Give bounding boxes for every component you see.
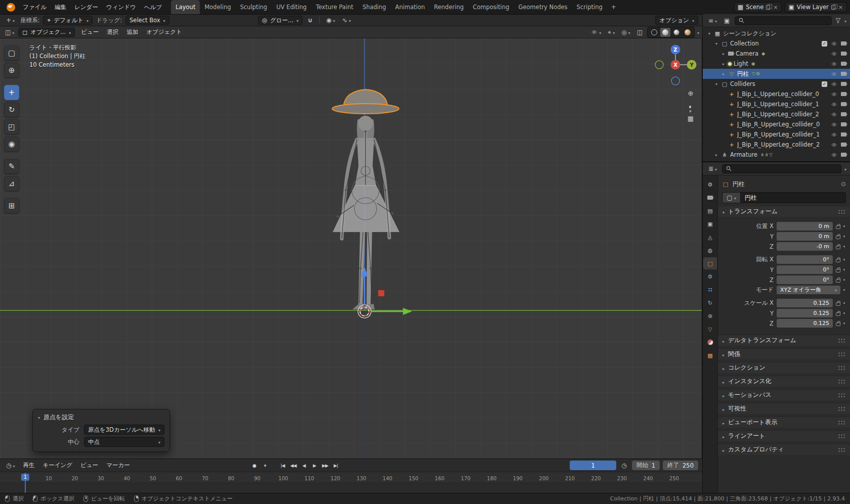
value-field[interactable]: -0 m xyxy=(777,242,833,251)
lock-icon[interactable] xyxy=(836,302,840,306)
lock-icon[interactable] xyxy=(836,225,840,229)
lock-icon[interactable] xyxy=(836,236,840,239)
hide-eye-icon[interactable] xyxy=(831,152,837,158)
outliner-item-label[interactable]: 円柱 xyxy=(737,70,749,78)
timeline-ruler[interactable]: 1020304050607080901001101201301401501601… xyxy=(0,472,702,483)
expand-caret-icon[interactable]: ▾ xyxy=(714,41,719,46)
outliner-item-label[interactable]: J_Bip_L_UpperLeg_collider_1 xyxy=(737,101,819,108)
origin-type-dropdown[interactable]: 原点を3Dカーソルへ移動 xyxy=(84,425,164,435)
expand-caret-icon[interactable]: ▸ xyxy=(721,52,726,56)
animate-dot-icon[interactable] xyxy=(843,302,845,304)
workspace-tab[interactable]: Modeling xyxy=(200,0,235,14)
gizmos-dropdown[interactable]: ⌖ xyxy=(606,28,617,37)
value-field[interactable]: 0.125 xyxy=(777,319,833,328)
pin-icon[interactable]: ⊙ xyxy=(841,180,846,188)
timeline-editor-type-button[interactable]: ◷ xyxy=(4,461,17,470)
animate-dot-icon[interactable] xyxy=(843,246,845,247)
timeline-menu[interactable]: マーカー xyxy=(102,461,134,470)
frame-end-field[interactable]: 終了250 xyxy=(663,461,698,470)
editor-type-button[interactable]: ◫ xyxy=(3,28,16,37)
properties-tab[interactable] xyxy=(703,270,717,283)
hide-eye-icon[interactable] xyxy=(831,51,837,57)
properties-tab[interactable] xyxy=(703,297,717,309)
outliner-row[interactable]: J_Bip_R_UpperLeg_collider_0 xyxy=(703,119,850,129)
tool-button[interactable]: ↻ xyxy=(4,102,19,117)
hide-eye-icon[interactable] xyxy=(831,111,837,118)
properties-section-header[interactable]: デルタトランスフォーム xyxy=(718,335,850,346)
outliner-row[interactable]: ▸ Light ◉ xyxy=(703,59,850,69)
properties-tab[interactable] xyxy=(703,323,717,335)
origin-center-dropdown[interactable]: 中点 xyxy=(84,437,164,447)
render-visibility-icon[interactable] xyxy=(841,92,846,96)
animate-dot-icon[interactable] xyxy=(843,289,845,291)
hide-eye-icon[interactable] xyxy=(831,71,837,77)
drag-grip-icon[interactable] xyxy=(838,420,845,425)
shading-mode-button[interactable] xyxy=(671,28,682,37)
tool-button[interactable]: ◉ xyxy=(4,136,19,152)
new-scene-icon[interactable] xyxy=(766,5,770,10)
shading-options-icon[interactable] xyxy=(697,29,699,36)
hide-eye-icon[interactable] xyxy=(831,121,837,128)
outliner-row[interactable]: ▾ シーンコレクション xyxy=(703,28,850,38)
breadcrumb-object-name[interactable]: 円柱 xyxy=(733,180,745,189)
transport-button[interactable]: ◀ xyxy=(300,461,309,470)
outliner-row[interactable]: ▸ Camera ◆ xyxy=(703,49,850,59)
lock-icon[interactable] xyxy=(836,269,840,272)
timeline-menu[interactable]: ビュー xyxy=(76,461,102,470)
expand-caret-icon[interactable]: ▸ xyxy=(721,62,726,66)
outliner-row[interactable]: J_Bip_L_UpperLeg_collider_0 xyxy=(703,89,850,99)
workspace-tab[interactable]: Shading xyxy=(358,0,391,14)
add-workspace-button[interactable]: + xyxy=(607,0,620,14)
properties-tab[interactable] xyxy=(703,349,717,361)
outliner-row[interactable]: J_Bip_R_UpperLeg_collider_2 xyxy=(703,140,850,150)
object-type-combo[interactable]: ▢ xyxy=(722,192,740,203)
shading-mode-button[interactable] xyxy=(683,28,693,37)
outliner-row[interactable]: J_Bip_L_UpperLeg_collider_1 xyxy=(703,99,850,109)
timeline-track[interactable] xyxy=(0,483,702,493)
options-dropdown[interactable]: オプション xyxy=(655,16,698,25)
shading-mode-button[interactable] xyxy=(649,28,659,37)
orientation-dropdown[interactable]: ⌖デフォルト xyxy=(43,16,93,25)
set-origin-panel-header[interactable]: 原点を設定 xyxy=(38,411,164,423)
axis-neg-y-ball[interactable] xyxy=(655,61,663,69)
outliner-item-label[interactable]: Camera xyxy=(736,50,758,57)
nav-button[interactable]: ⊕ xyxy=(688,90,693,97)
animate-dot-icon[interactable] xyxy=(843,269,845,270)
workspace-tab[interactable]: UV Editing xyxy=(272,0,311,14)
tool-button[interactable]: + xyxy=(4,85,19,100)
transport-button[interactable]: ● xyxy=(250,461,259,470)
drag-grip-icon[interactable] xyxy=(838,447,845,452)
outliner-item-label[interactable]: シーンコレクション xyxy=(723,30,777,37)
expand-caret-icon[interactable]: ▾ xyxy=(714,82,719,86)
tool-button[interactable]: ⊕ xyxy=(4,63,19,78)
new-view-layer-icon[interactable] xyxy=(831,5,835,10)
transport-button[interactable]: ▶▶ xyxy=(321,461,330,470)
topbar-menu[interactable]: 編集 xyxy=(51,3,70,12)
render-visibility-icon[interactable] xyxy=(841,82,846,86)
object-name-field[interactable]: 円柱 xyxy=(740,192,846,203)
drag-mode-dropdown[interactable]: Select Box xyxy=(125,16,169,25)
animate-dot-icon[interactable] xyxy=(843,259,845,260)
properties-tab[interactable] xyxy=(703,231,717,243)
display-mode-button[interactable]: ▣ xyxy=(722,16,732,25)
properties-section-header[interactable]: コレクション xyxy=(718,362,850,373)
exclude-checkbox[interactable]: ✓ xyxy=(822,81,827,87)
workspace-tab[interactable]: Layout xyxy=(171,0,200,14)
value-field[interactable]: 0° xyxy=(777,265,833,274)
outliner-item-label[interactable]: J_Bip_R_UpperLeg_collider_0 xyxy=(737,121,820,128)
transport-button[interactable]: ▾ xyxy=(261,461,270,470)
animate-dot-icon[interactable] xyxy=(843,312,845,314)
tool-button[interactable]: ▢ xyxy=(4,45,19,61)
render-visibility-icon[interactable] xyxy=(841,72,846,76)
expand-caret-icon[interactable]: ▸ xyxy=(714,153,719,157)
properties-section-header[interactable]: 関係 xyxy=(718,348,850,359)
proportional-editing-button[interactable]: ◉ xyxy=(324,16,337,25)
value-field[interactable]: 0.125 xyxy=(777,299,833,307)
frame-start-field[interactable]: 開始1 xyxy=(632,461,660,470)
selected-cylinder-hat[interactable] xyxy=(332,89,399,114)
properties-tab[interactable] xyxy=(703,178,717,191)
properties-section-header[interactable]: インスタンス化 xyxy=(718,376,850,387)
viewport-menu[interactable]: ビュー xyxy=(77,27,103,37)
render-visibility-icon[interactable] xyxy=(841,62,846,66)
drag-grip-icon[interactable] xyxy=(838,209,845,214)
